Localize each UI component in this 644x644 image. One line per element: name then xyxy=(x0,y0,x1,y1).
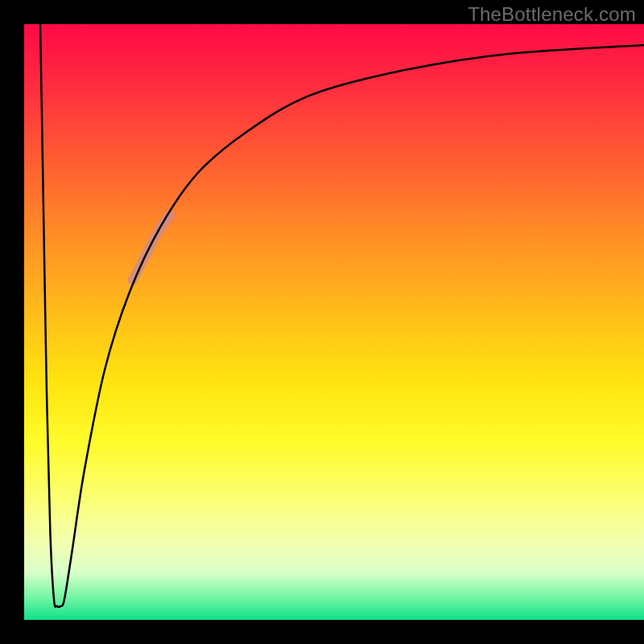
watermark-text: TheBottleneck.com xyxy=(468,3,636,26)
plot-area xyxy=(24,24,644,620)
bottleneck-curve xyxy=(40,24,644,607)
curve-overlay xyxy=(24,24,644,620)
chart-frame: TheBottleneck.com xyxy=(0,0,644,644)
